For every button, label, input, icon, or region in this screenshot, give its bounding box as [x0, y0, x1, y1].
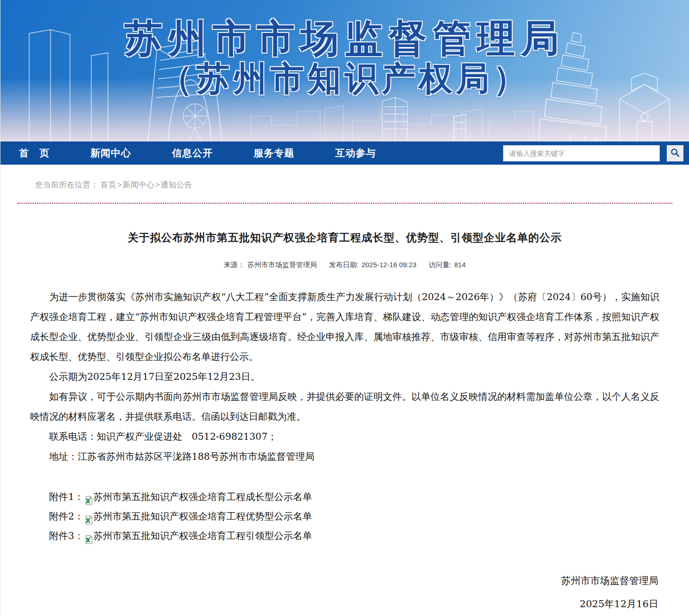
article-body: 为进一步贯彻落实《苏州市实施知识产权“八大工程”全面支撑新质生产力发展行动计划（… — [0, 287, 689, 467]
attachment-row-1: 附件1： 苏州市第五批知识产权强企培育工程成长型公示名单 — [30, 487, 659, 507]
attachment-link-leading-list[interactable]: 苏州市第五批知识产权强企培育工程引领型公示名单 — [94, 526, 313, 545]
meta-views-label: 访问量: — [428, 261, 451, 269]
article-meta: 来源：苏州市市场监督管理局发布日期:2025-12-16 09:23访问量:81… — [0, 261, 689, 270]
paragraph-2: 公示期为2025年12月17日至2025年12月23日。 — [30, 367, 659, 387]
page: 苏州市市场监督管理局 （苏州市知识产权局） 首 页 新闻中心 信息公开 服务专题… — [0, 0, 689, 616]
meta-date-label: 发布日期: — [329, 261, 359, 269]
search-input[interactable] — [503, 145, 660, 161]
paragraph-address: 地址：江苏省苏州市姑苏区平泷路188号苏州市市场监督管理局 — [30, 447, 659, 467]
nav-item-home[interactable]: 首 页 — [19, 147, 50, 160]
attachment-link-growth-list[interactable]: 苏州市第五批知识产权强企培育工程成长型公示名单 — [94, 487, 313, 507]
nav-item-interaction[interactable]: 互动参与 — [335, 147, 376, 160]
nav-item-service-topics[interactable]: 服务专题 — [254, 147, 294, 160]
meta-source-value: 苏州市市场监督管理局 — [248, 261, 317, 269]
attachment-row-2: 附件2： 苏州市第五批知识产权强企培育工程优势型公示名单 — [30, 507, 659, 526]
signature-org: 苏州市市场监督管理局 — [0, 574, 658, 587]
breadcrumb-home[interactable]: 首页 — [101, 180, 116, 189]
attachment-row-3: 附件3： 苏州市第五批知识产权强企培育工程引领型公示名单 — [30, 526, 659, 545]
bottom-spacer — [0, 610, 689, 616]
attachment-label: 附件2： — [30, 507, 84, 526]
attachments-list: 附件1： 苏州市第五批知识产权强企培育工程成长型公示名单 附件2： 苏州市第五批… — [0, 487, 689, 545]
breadcrumb: 您当前所在位置： 首页>新闻中心>通知公告 — [35, 180, 689, 190]
breadcrumb-separator: > — [117, 180, 122, 189]
breadcrumb-notices[interactable]: 通知公告 — [161, 180, 192, 189]
breadcrumb-news-center[interactable]: 新闻中心 — [123, 180, 154, 189]
paragraph-3: 如有异议，可于公示期内书面向苏州市市场监督管理局反映，并提供必要的证明文件。以单… — [30, 387, 659, 427]
main-nav: 首 页 新闻中心 信息公开 服务专题 互动参与 — [0, 141, 689, 165]
search-icon — [670, 148, 680, 159]
paragraph-1: 为进一步贯彻落实《苏州市实施知识产权“八大工程”全面支撑新质生产力发展行动计划（… — [30, 287, 659, 367]
dotted-divider — [17, 203, 672, 204]
attachment-label: 附件1： — [30, 487, 84, 507]
site-banner: 苏州市市场监督管理局 （苏州市知识产权局） — [0, 0, 689, 141]
site-title-line1: 苏州市市场监督管理局 — [0, 0, 689, 59]
breadcrumb-separator: > — [155, 180, 160, 189]
signature-date: 2025年12月16日 — [0, 597, 658, 610]
paragraph-contact-phone: 联系电话：知识产权产业促进处 0512-69821307； — [30, 427, 659, 447]
nav-item-news[interactable]: 新闻中心 — [90, 147, 131, 160]
site-title-line2: （苏州市知识产权局） — [0, 59, 689, 98]
meta-views-value: 814 — [454, 261, 466, 269]
attachment-link-advantage-list[interactable]: 苏州市第五批知识产权强企培育工程优势型公示名单 — [94, 507, 313, 526]
breadcrumb-prefix: 您当前所在位置： — [35, 180, 98, 189]
meta-source-label: 来源： — [224, 261, 245, 269]
excel-file-icon — [85, 531, 93, 540]
article-signature: 苏州市市场监督管理局 2025年12月16日 — [0, 574, 689, 610]
excel-file-icon — [85, 492, 93, 501]
site-title: 苏州市市场监督管理局 （苏州市知识产权局） — [0, 0, 689, 98]
nav-item-info-disclosure[interactable]: 信息公开 — [172, 147, 213, 160]
article-title: 关于拟公布苏州市第五批知识产权强企培育工程成长型、优势型、引领型企业名单的公示 — [0, 231, 689, 245]
meta-date-value: 2025-12-16 09:23 — [362, 261, 416, 269]
search-button[interactable] — [667, 145, 683, 161]
excel-file-icon — [85, 512, 93, 521]
attachment-label: 附件3： — [30, 526, 84, 545]
search-bar — [503, 145, 683, 161]
